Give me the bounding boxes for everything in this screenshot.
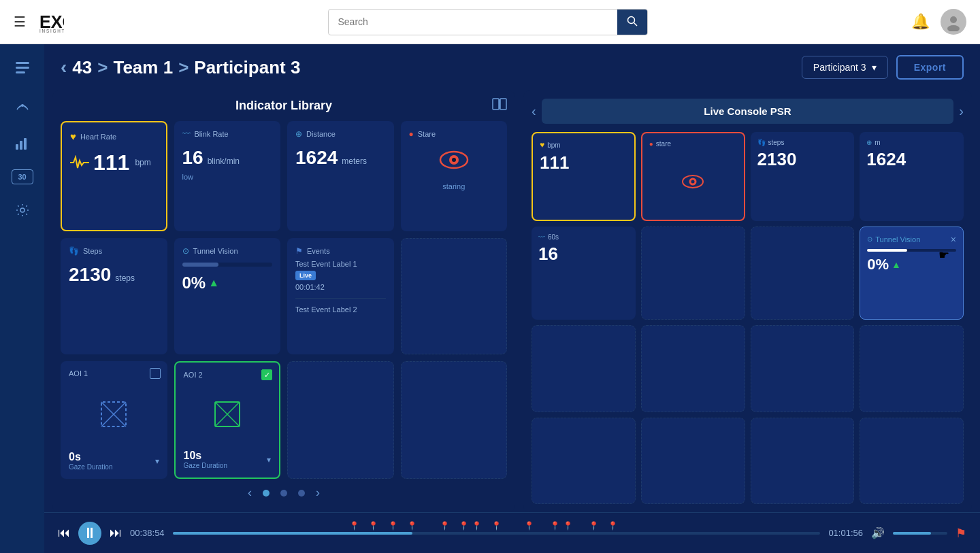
console-panel: ‹ Live Console PSR › ♥ bpm 111 xyxy=(523,90,972,512)
player-progress[interactable]: 📍 📍 📍 📍 📍 📍 📍 📍 📍 📍 📍 📍 📍 xyxy=(173,526,821,540)
console-heart-icon: ♥ xyxy=(540,140,544,150)
volume-icon[interactable]: 🔊 xyxy=(871,526,885,539)
tunnel-popup-card: ⊙ Tunnel Vision × 0% ▲ ☛ xyxy=(860,227,964,320)
empty-card-1 xyxy=(401,238,508,354)
pagination-next[interactable]: › xyxy=(316,486,320,500)
svg-rect-10 xyxy=(16,144,18,150)
volume-fill xyxy=(893,532,931,535)
participant-dropdown-icon: ▾ xyxy=(872,62,877,73)
tunnel-popup-trend: ▲ xyxy=(892,259,901,270)
tunnel-vision-value: 0% xyxy=(182,273,206,292)
export-button[interactable]: Export xyxy=(896,55,964,80)
console-blink-value: 16 xyxy=(538,244,629,265)
console-dist-card: ⊕ m 1624 xyxy=(860,132,964,221)
tunnel-popup-value: 0% xyxy=(867,256,889,273)
book-icon[interactable] xyxy=(492,98,507,114)
search-bar xyxy=(328,9,648,35)
pagination-prev[interactable]: ‹ xyxy=(248,486,252,500)
logo: EXO INSIGHTS xyxy=(39,10,64,34)
rewind-button[interactable]: ⏮ xyxy=(58,526,70,540)
steps-unit: steps xyxy=(115,273,135,283)
tunnel-vision-trend: ▲ xyxy=(208,277,219,289)
console-heart-card: ♥ bpm 111 xyxy=(532,132,636,221)
hamburger-icon[interactable]: ☰ xyxy=(14,14,26,30)
sidebar-item-analytics[interactable] xyxy=(10,131,35,156)
breadcrumb: ‹ 43 > Team 1 > Participant 3 xyxy=(61,56,300,78)
svg-rect-6 xyxy=(16,62,29,64)
breadcrumb-back[interactable]: ‹ xyxy=(61,56,67,78)
play-pause-button[interactable]: ⏸ xyxy=(78,522,101,545)
tunnel-vision-label: Tunnel Vision xyxy=(193,247,238,255)
marker-3: 📍 xyxy=(388,521,398,531)
console-stare-dot: ● xyxy=(649,140,653,148)
blink-rate-label: Blink Rate xyxy=(195,130,229,138)
distance-icon: ⊕ xyxy=(295,129,302,139)
indicator-panel-title: Indicator Library xyxy=(235,99,332,113)
pagination-dot-3[interactable] xyxy=(298,490,305,497)
flag-icon[interactable]: ⚑ xyxy=(956,526,966,541)
svg-rect-14 xyxy=(493,99,499,110)
aoi2-card: AOI 2 ✓ 10s xyxy=(174,361,281,479)
fast-forward-button[interactable]: ⏭ xyxy=(110,526,122,540)
marker-9: 📍 xyxy=(524,521,534,531)
participant-select-label: Participant 3 xyxy=(813,62,866,73)
sidebar-item-score[interactable]: 30 xyxy=(12,169,33,184)
aoi1-checkbox[interactable] xyxy=(150,368,161,379)
volume-track[interactable] xyxy=(893,532,947,535)
tunnel-icon: ⊙ xyxy=(182,246,189,256)
search-input[interactable] xyxy=(329,11,617,33)
blink-rate-value: 16 xyxy=(182,148,203,167)
avatar[interactable] xyxy=(941,9,966,35)
console-steps-card: 👣 steps 2130 xyxy=(751,132,855,221)
aoi2-dropdown-icon[interactable]: ▾ xyxy=(267,455,271,465)
participant-select[interactable]: Participant 3 ▾ xyxy=(802,56,888,79)
console-header: ‹ Live Console PSR › xyxy=(532,99,964,124)
console-dist-label: m xyxy=(875,139,880,146)
console-heart-label: bpm xyxy=(547,141,560,149)
pagination-dot-2[interactable] xyxy=(280,490,287,497)
tunnel-popup-label: ⊙ Tunnel Vision xyxy=(867,235,920,244)
aoi2-checkbox[interactable]: ✓ xyxy=(261,369,272,380)
console-empty-5 xyxy=(641,325,745,412)
search-wrap xyxy=(78,9,898,35)
console-blink-icon: 〰 xyxy=(538,233,545,241)
pagination-dot-1[interactable] xyxy=(263,490,270,497)
svg-rect-11 xyxy=(20,141,22,150)
console-next-arrow[interactable]: › xyxy=(959,103,964,119)
current-time: 00:38:54 xyxy=(130,528,165,538)
distance-label: Distance xyxy=(306,130,336,138)
event-2-label: Test Event Label 2 xyxy=(295,305,386,314)
console-empty-10 xyxy=(751,418,855,505)
aoi1-duration-label: Gaze Duration xyxy=(69,463,112,471)
breadcrumb-sep2: > xyxy=(178,57,189,78)
marker-6: 📍 xyxy=(459,521,469,531)
svg-point-13 xyxy=(20,208,24,212)
event-1-live-badge: Live xyxy=(295,271,316,280)
breadcrumb-bar: ‹ 43 > Team 1 > Participant 3 Participan… xyxy=(44,44,980,90)
indicator-grid: ♥ Heart Rate 111 bpm xyxy=(61,121,507,479)
heart-rate-value: 111 xyxy=(93,152,129,173)
console-empty-2 xyxy=(641,227,745,320)
steps-card: 👣 Steps 2130 steps xyxy=(61,238,167,354)
console-prev-arrow[interactable]: ‹ xyxy=(532,103,536,119)
console-dist-icon: ⊕ xyxy=(866,139,872,146)
search-button[interactable] xyxy=(617,10,647,35)
notification-icon[interactable]: 🔔 xyxy=(911,13,930,31)
marker-4: 📍 xyxy=(407,521,417,531)
aoi1-card: AOI 1 0s xyxy=(61,361,167,479)
distance-card: ⊕ Distance 1624 meters xyxy=(287,121,394,231)
end-time: 01:01:56 xyxy=(828,528,863,538)
cursor-hand-icon: ☛ xyxy=(938,248,949,263)
stare-card: ● Stare staring xyxy=(401,121,508,231)
tunnel-popup-close[interactable]: × xyxy=(951,234,956,245)
marker-5: 📍 xyxy=(440,521,450,531)
console-grid: ♥ bpm 111 ● stare xyxy=(532,132,964,504)
sidebar-item-settings[interactable] xyxy=(10,198,35,222)
breadcrumb-right: Participant 3 ▾ Export xyxy=(802,55,964,80)
empty-card-2 xyxy=(287,361,394,479)
sidebar-item-wireless[interactable] xyxy=(10,93,35,118)
sidebar-item-list[interactable] xyxy=(10,55,35,80)
blink-icon: 〰 xyxy=(182,129,191,139)
aoi1-dropdown-icon[interactable]: ▾ xyxy=(155,456,159,466)
aoi1-icon-area xyxy=(69,382,159,447)
